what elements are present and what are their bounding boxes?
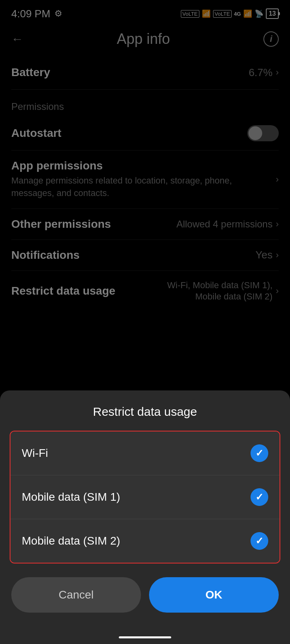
sim1-check-icon: ✓ (255, 491, 263, 503)
home-indicator (119, 636, 171, 638)
sim2-check-icon: ✓ (255, 535, 263, 547)
sim2-option-row[interactable]: Mobile data (SIM 2) ✓ (10, 519, 280, 563)
dialog-buttons: Cancel OK (0, 568, 290, 624)
dialog-title: Restrict data usage (0, 390, 290, 427)
sim1-option-label: Mobile data (SIM 1) (22, 491, 120, 504)
cancel-button[interactable]: Cancel (11, 577, 141, 613)
sim2-checkbox[interactable]: ✓ (251, 532, 268, 550)
ok-button[interactable]: OK (149, 577, 279, 613)
wifi-option-row[interactable]: Wi-Fi ✓ (10, 431, 280, 475)
wifi-option-label: Wi-Fi (22, 447, 48, 460)
sim2-option-label: Mobile data (SIM 2) (22, 535, 120, 547)
restrict-data-dialog: Restrict data usage Wi-Fi ✓ Mobile data … (0, 390, 290, 644)
sim1-option-row[interactable]: Mobile data (SIM 1) ✓ (10, 475, 280, 519)
dialog-options-box: Wi-Fi ✓ Mobile data (SIM 1) ✓ Mobile dat… (10, 431, 280, 564)
wifi-check-icon: ✓ (255, 448, 263, 459)
sim1-checkbox[interactable]: ✓ (251, 488, 268, 506)
wifi-checkbox[interactable]: ✓ (251, 444, 268, 462)
